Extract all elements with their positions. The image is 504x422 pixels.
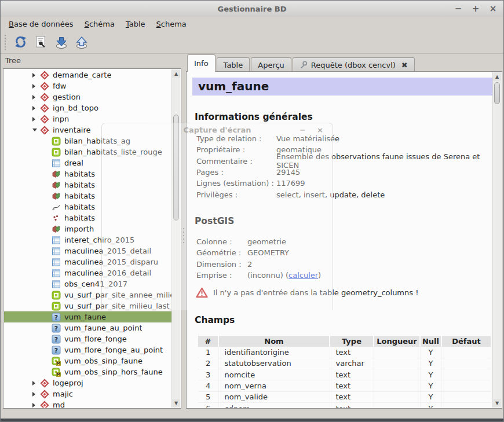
expander-arrow-icon[interactable] [32, 95, 40, 100]
tree-row[interactable]: interet_chiro_2015 [4, 234, 171, 245]
tree-item-label: habitats [64, 170, 95, 178]
sql-window-icon [34, 35, 48, 49]
info-scrollbar-thumb[interactable] [494, 82, 500, 104]
title-bar[interactable]: Gestionnaire BD − + × [1, 1, 503, 17]
field-length [374, 347, 420, 358]
export-layer-button[interactable] [71, 33, 92, 52]
expander-arrow-icon[interactable] [32, 73, 40, 78]
menu-table[interactable]: Table [125, 19, 146, 30]
tree-row[interactable]: dreal [4, 157, 171, 168]
tree-row[interactable]: md [4, 399, 171, 408]
tree-row[interactable]: vum_faune [4, 311, 171, 322]
panel-splitter[interactable] [181, 54, 186, 408]
postgis-heading: PostGIS [195, 216, 234, 226]
tree-row[interactable]: vum_obs_sinp_hors_faune [4, 366, 171, 377]
tree-row[interactable]: vum_flore_fonge_au_point [4, 344, 171, 355]
menu-database[interactable]: Base de données [8, 19, 74, 30]
refresh-icon [14, 35, 27, 49]
menu-schema-fr[interactable]: Schéma [84, 19, 115, 30]
tree-scrollbar[interactable]: ▲ ▼ [171, 69, 180, 408]
tree-row[interactable]: habitats [4, 201, 171, 212]
toolbar-drag-handle[interactable] [5, 35, 6, 50]
tree-row[interactable]: fdw [4, 80, 171, 91]
tree-row[interactable]: maculinea_2015_disparu [4, 256, 171, 267]
refresh-button[interactable] [10, 33, 31, 52]
tree-row[interactable]: ign_bd_topo [4, 102, 171, 113]
menu-bar: Base de données Schéma Table Schema [1, 17, 503, 31]
tree-row[interactable]: gestion [4, 91, 171, 102]
minimize-button[interactable]: − [454, 3, 463, 14]
tree-row[interactable]: habitats [4, 168, 171, 179]
scroll-up-icon[interactable]: ▲ [172, 69, 180, 78]
maximize-button[interactable]: + [471, 3, 480, 14]
expander-arrow-icon[interactable] [32, 129, 40, 131]
toolbar [1, 31, 503, 54]
tree-item-icon [52, 258, 61, 267]
tree-row[interactable]: vu_surf_par_site_annee_milieu [4, 289, 171, 300]
tree-item-icon [40, 82, 49, 91]
tree-row[interactable]: demande_carte [4, 69, 171, 80]
tree-row[interactable]: vu_surf_par_site_milieu_last_an [4, 300, 171, 311]
expander-arrow-icon[interactable] [32, 381, 40, 386]
tree-item-label: vum_faune_au_point [64, 324, 142, 332]
tree-row[interactable]: obs_cen41_2017 [4, 278, 171, 289]
tree-row[interactable]: inpn [4, 113, 171, 124]
tree-row[interactable]: majic [4, 388, 171, 399]
tree-row[interactable]: maculinea_2016_detail [4, 267, 171, 278]
import-layer-button[interactable] [51, 33, 71, 52]
sql-window-button[interactable] [31, 33, 51, 52]
expander-arrow-icon[interactable] [32, 106, 40, 111]
tree-row[interactable]: habitats [4, 179, 171, 190]
tree-row[interactable]: logeproj [4, 377, 171, 388]
close-button[interactable]: × [488, 3, 498, 14]
field-num: 6 [198, 402, 218, 408]
menu-schema-en[interactable]: Schema [156, 19, 187, 30]
tree-item-icon [52, 236, 61, 245]
tree-row[interactable]: maculinea_2015_detail [4, 245, 171, 256]
info-scrollbar[interactable]: ▲ ▼ [492, 72, 501, 408]
tree-row[interactable]: vum_flore_fonge [4, 333, 171, 344]
expander-arrow-icon[interactable] [32, 403, 40, 408]
tree-item-label: vu_surf_par_site_milieu_last_an [64, 302, 171, 310]
tree-item-icon [52, 247, 61, 256]
tab-info[interactable]: Info [187, 54, 216, 72]
tree-row[interactable]: vum_obs_sinp_faune [4, 355, 171, 366]
tree-item-icon [40, 115, 49, 124]
tab-table[interactable]: Table [217, 57, 250, 72]
tree-item-label: inventaire [53, 126, 91, 134]
tree-row[interactable]: inventaire [4, 124, 171, 135]
tab-apercu[interactable]: Aperçu [251, 57, 291, 72]
tab-close-icon[interactable]: ✖ [401, 61, 408, 69]
tree-item-icon [52, 203, 61, 212]
scroll-down-icon[interactable]: ▼ [493, 399, 501, 408]
tree-scrollbar-thumb[interactable] [173, 115, 179, 221]
tree-item-icon [40, 401, 49, 408]
tab-apercu-label: Aperçu [258, 61, 284, 69]
calculate-extent-link[interactable]: calculer [288, 271, 318, 280]
tree-row[interactable]: bilan_habitats_liste_rouge [4, 146, 171, 157]
tree-item-icon [52, 148, 61, 157]
tree-item-label: vum_flore_fonge_au_point [64, 346, 163, 354]
query-tab-icon [300, 61, 308, 69]
tree-item-label: gestion [53, 93, 81, 101]
tree-row[interactable]: habitats [4, 212, 171, 223]
scroll-up-icon[interactable]: ▲ [493, 72, 501, 81]
tab-query[interactable]: Requête (dbox cencvl) ✖ [293, 57, 415, 72]
tab-bar: Info Table Aperçu Requête (dbox cencvl) … [186, 54, 502, 72]
field-row: 6 cdnom text Y [198, 402, 491, 408]
tree-row[interactable]: bilan_habitats_ag [4, 135, 171, 146]
scroll-down-icon[interactable]: ▼ [172, 399, 180, 408]
warning-text: Il n'y a pas d'entrée dans la table geom… [213, 288, 418, 297]
info-row-label: Propriétaire : [196, 145, 276, 154]
expander-arrow-icon[interactable] [32, 392, 40, 397]
field-default [441, 402, 491, 408]
fields-heading: Champs [195, 315, 235, 325]
expander-arrow-icon[interactable] [32, 84, 40, 89]
tree-row[interactable]: vum_faune_au_point [4, 322, 171, 333]
expander-arrow-icon[interactable] [32, 117, 40, 122]
tree-row[interactable]: importh [4, 223, 171, 234]
tree-row[interactable]: habitats [4, 190, 171, 201]
fields-table: # Nom Type Longueur Null Défaut 1 [198, 336, 491, 408]
field-length [374, 391, 420, 402]
field-type: text [330, 380, 374, 391]
